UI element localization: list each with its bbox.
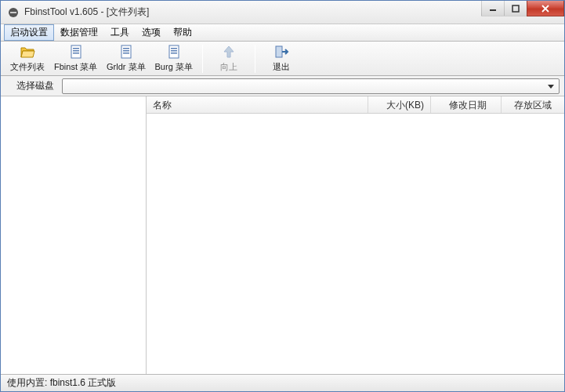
- disk-selector-combo[interactable]: [62, 78, 560, 94]
- list-pane: 名称 大小(KB) 修改日期 存放区域: [147, 96, 564, 374]
- svg-rect-12: [169, 45, 179, 58]
- svg-rect-14: [171, 50, 177, 52]
- menu-options[interactable]: 选项: [136, 24, 167, 41]
- content-area: 名称 大小(KB) 修改日期 存放区域: [1, 96, 564, 374]
- window-title: FbinstTool v1.605 - [文件列表]: [24, 5, 149, 19]
- toolbar: 文件列表 Fbinst 菜单 Grldr 菜单 Burg 菜单 向上: [1, 42, 564, 76]
- titlebar: FbinstTool v1.605 - [文件列表]: [1, 1, 564, 24]
- toolbar-file-list-label: 文件列表: [10, 61, 45, 73]
- toolbar-burg-menu[interactable]: Burg 菜单: [150, 42, 197, 74]
- svg-rect-5: [73, 48, 79, 49]
- svg-rect-15: [171, 53, 177, 54]
- close-button[interactable]: [527, 1, 564, 16]
- toolbar-fbinst-menu[interactable]: Fbinst 菜单: [49, 42, 102, 74]
- app-icon: [7, 6, 20, 19]
- maximize-button[interactable]: [504, 1, 527, 16]
- tree-pane[interactable]: [1, 96, 147, 374]
- svg-rect-2: [490, 9, 496, 11]
- svg-rect-6: [73, 50, 79, 52]
- menu-tools[interactable]: 工具: [104, 24, 136, 41]
- column-size[interactable]: 大小(KB): [368, 96, 431, 113]
- menu-data-management[interactable]: 数据管理: [54, 24, 104, 41]
- toolbar-burg-label: Burg 菜单: [155, 61, 193, 73]
- menu-startup-settings[interactable]: 启动设置: [4, 24, 54, 41]
- toolbar-up-label: 向上: [220, 61, 237, 73]
- toolbar-grldr-label: Grldr 菜单: [107, 61, 146, 73]
- svg-rect-13: [171, 48, 177, 49]
- svg-rect-10: [123, 50, 129, 52]
- toolbar-exit-label: 退出: [273, 61, 290, 73]
- svg-rect-1: [10, 12, 16, 13]
- toolbar-grldr-menu[interactable]: Grldr 菜单: [102, 42, 150, 74]
- toolbar-separator: [255, 45, 255, 73]
- window-controls: [482, 1, 564, 16]
- toolbar-file-list[interactable]: 文件列表: [5, 42, 49, 74]
- column-name[interactable]: 名称: [147, 96, 368, 113]
- arrow-up-icon: [221, 44, 237, 60]
- statusbar: 使用内置: fbinst1.6 正式版: [1, 374, 564, 391]
- svg-rect-16: [276, 46, 282, 57]
- svg-rect-4: [71, 45, 81, 58]
- svg-rect-7: [73, 53, 79, 54]
- disk-selector-label: 选择磁盘: [5, 79, 62, 93]
- menu-help[interactable]: 帮助: [167, 24, 198, 41]
- menubar: 启动设置 数据管理 工具 选项 帮助: [1, 24, 564, 42]
- toolbar-fbinst-label: Fbinst 菜单: [54, 61, 97, 73]
- toolbar-exit[interactable]: 退出: [260, 42, 302, 74]
- list-body[interactable]: [147, 114, 564, 374]
- svg-rect-11: [123, 53, 129, 54]
- document-icon: [166, 44, 182, 60]
- toolbar-up[interactable]: 向上: [208, 42, 250, 74]
- maximize-icon: [512, 5, 520, 13]
- disk-selector-row: 选择磁盘: [1, 76, 564, 96]
- svg-rect-9: [123, 48, 129, 49]
- folder-open-icon: [20, 44, 35, 60]
- status-text: 使用内置: fbinst1.6 正式版: [7, 376, 116, 390]
- column-area[interactable]: 存放区域: [502, 96, 564, 113]
- svg-rect-3: [512, 5, 519, 12]
- list-header: 名称 大小(KB) 修改日期 存放区域: [147, 96, 564, 114]
- document-icon: [68, 44, 84, 60]
- column-date[interactable]: 修改日期: [431, 96, 502, 113]
- exit-icon: [273, 44, 289, 60]
- minimize-button[interactable]: [481, 1, 505, 16]
- minimize-icon: [489, 5, 497, 13]
- toolbar-separator: [202, 45, 203, 73]
- close-icon: [541, 5, 550, 13]
- svg-rect-8: [121, 45, 131, 58]
- document-icon: [118, 44, 134, 60]
